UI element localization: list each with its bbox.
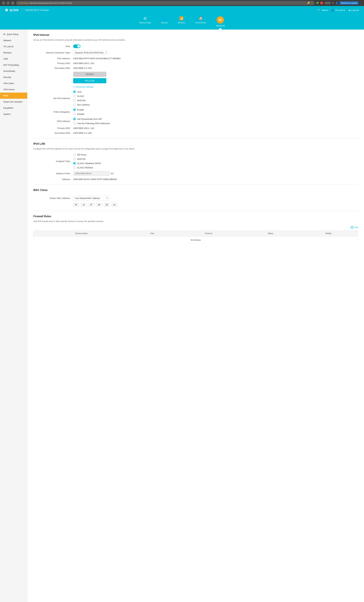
radio-enable[interactable] <box>73 108 76 111</box>
sidebar-item-ipv6[interactable]: IPv6 <box>0 93 27 99</box>
warning-icon: ⚠ <box>18 2 19 4</box>
dns-address-options: Get Dynamically from ISP Use the Followi… <box>73 118 110 125</box>
profile-icon[interactable]: 👤 <box>335 2 338 4</box>
assigned-slaac-stateless[interactable]: SLAAC+Stateless DHCP <box>73 162 101 165</box>
tab-homeshield[interactable]: 🏠 HomeShield <box>190 14 211 30</box>
sidebar-label-smart-life: Smart Life Assistant <box>3 101 22 103</box>
sidebar-item-tplink-id[interactable]: TP-Link ID <box>0 43 27 50</box>
dns-dynamic[interactable]: Get Dynamically from ISP <box>73 118 110 120</box>
downloads-icon[interactable]: ⬇ <box>332 2 334 4</box>
assigned-nd-proxy[interactable]: ND Proxy <box>73 153 101 156</box>
get-ipv6-non-address[interactable]: Non-Address <box>73 103 90 106</box>
dns-address-row: DNS Address: Get Dynamically from ISP Us… <box>33 118 358 125</box>
router-mac-label: Router MAC Address: <box>37 197 73 199</box>
tab-advanced[interactable]: ⚙ Advanced <box>211 14 230 30</box>
sidebar-item-homeshield[interactable]: HomeShield <box>0 68 27 74</box>
sidebar-item-quick-setup[interactable]: ⚙ Quick Setup <box>0 31 27 37</box>
extensions-icon[interactable]: 🧩 <box>316 2 319 4</box>
connection-type-select[interactable]: Dynamic IP(SLAAC/DHCPv6)Static IPPPPoE6t… <box>73 50 108 55</box>
radio-slaac[interactable] <box>73 95 76 97</box>
primary-dns-label: Primary DNS: <box>37 62 73 64</box>
logout-label: Log Out <box>351 9 359 11</box>
sidebar-item-vpn-server[interactable]: VPN Server <box>0 86 27 93</box>
mac-seg-1[interactable] <box>73 203 79 207</box>
sidebar-item-nat-forwarding[interactable]: NAT Forwarding <box>0 62 27 68</box>
back-button[interactable]: ‹ <box>2 1 5 5</box>
mac-seg-6[interactable] <box>112 203 117 207</box>
menu-icon[interactable]: ⋮ <box>360 2 362 4</box>
secondary-dns-row: Secondary DNS: 2403:5800:1:5::242 <box>33 67 358 69</box>
ipv6-toggle[interactable] <box>73 44 80 48</box>
browser-bar: ‹ › ↻ ⚠ Not Secure tplinkwifi.net/webpag… <box>0 0 364 6</box>
mac-seg-3[interactable] <box>89 203 94 207</box>
search-action[interactable]: 🔍 Search <box>318 9 328 11</box>
sidebar-item-vpn-client[interactable]: VPN Client <box>0 80 27 86</box>
prefix-delegation-disable[interactable]: Disable <box>73 113 84 115</box>
release-button[interactable]: RELEASE <box>73 78 106 83</box>
radio-nd-proxy[interactable] <box>73 153 76 156</box>
table-header-row: Service Name Port Protocol Status Modify <box>33 231 358 236</box>
radio-slaac-stateless[interactable] <box>73 162 76 165</box>
refresh-button[interactable]: ↻ <box>11 1 15 5</box>
radio-dns-following[interactable] <box>73 122 76 125</box>
assigned-slaac-rdnss[interactable]: SLAAC+RDNSS <box>73 166 101 169</box>
app-header: ⊕ tp-link | AX5400 Wi-Fi 6 Router 🔍 Sear… <box>0 6 364 14</box>
advanced-settings-link[interactable]: Advanced Settings <box>73 86 93 88</box>
secondary-dns2-label: Secondary DNS: <box>37 132 73 134</box>
router-mac-select[interactable]: Use Default MAC AddressUse Computer's MA… <box>73 196 109 200</box>
prefix-delegation-enable[interactable]: Enable <box>73 108 84 111</box>
ipv6-lan-desc: Configure the LAN IPv6 address of the ro… <box>33 148 358 150</box>
sidebar-item-system[interactable]: System <box>0 111 27 117</box>
mac-seg-5[interactable] <box>104 203 109 207</box>
mac-seg-4[interactable] <box>96 203 102 207</box>
address-prefix-input[interactable] <box>73 171 110 176</box>
dns-following[interactable]: Use the Following DNS Addresses <box>73 122 110 125</box>
get-ipv6-slaac-label: SLAAC <box>77 95 84 97</box>
sidebar-item-network[interactable]: Network <box>0 37 27 43</box>
add-rule-button[interactable]: + Add <box>33 226 358 229</box>
key-icon: 🔑 <box>307 2 310 4</box>
lan-address-value: 2403:5802:8C44:1:56AF:97FF:FEB9:28B0/64 <box>73 178 117 181</box>
sidebar-item-wireless[interactable]: Wireless <box>0 50 27 56</box>
radio-lan-dhcpv6[interactable] <box>73 158 76 160</box>
mac-clone-title: MAC Clone <box>33 189 358 193</box>
get-ipv6-non-address-label: Non-Address <box>77 104 90 106</box>
sidebar-item-security[interactable]: Security <box>0 74 27 80</box>
get-ipv6-dhcpv6[interactable]: DHCPv6 <box>73 99 90 102</box>
router-model: AX5400 Wi-Fi 6 Router <box>25 9 49 11</box>
sidebar-item-smart-life[interactable]: Smart Life Assistant <box>0 99 27 105</box>
tplink-id-action[interactable]: 👤 TP-Link ID <box>332 9 345 11</box>
wireless-icon: 📶 <box>179 16 184 21</box>
tab-internet[interactable]: 🌐 Internet <box>156 14 173 30</box>
star-icon[interactable]: ☆ <box>311 2 313 4</box>
search-label: Search <box>321 9 328 11</box>
radio-disable[interactable] <box>73 113 76 115</box>
ipv6-lan-title: IPv6 LAN <box>33 142 358 147</box>
ipv6-internet-title: IPv6 Internet <box>33 33 358 38</box>
radio-dhcpv6[interactable] <box>73 99 76 102</box>
get-ipv6-auto[interactable]: Auto <box>73 90 90 93</box>
relaunch-button[interactable]: Relaunch to update <box>340 1 359 5</box>
sidebar-label-system: System <box>3 113 11 115</box>
internet-icon: 🌐 <box>162 16 166 21</box>
get-ipv6-slaac[interactable]: SLAAC <box>73 95 90 97</box>
radio-dns-dynamic[interactable] <box>73 118 76 120</box>
browser-nav-buttons: ‹ › ↻ <box>2 1 15 5</box>
forward-button[interactable]: › <box>6 1 10 5</box>
tab-network-map[interactable]: ⊞ Network Map <box>134 14 156 30</box>
address-bar[interactable]: ⚠ Not Secure tplinkwifi.net/webpages/ind… <box>16 1 315 5</box>
logo-section: ⊕ tp-link | AX5400 Wi-Fi 6 Router <box>5 8 49 12</box>
ipv6-address-label: IPv6 Address: <box>37 57 73 60</box>
renew-button[interactable]: RENEW <box>73 72 106 77</box>
tab-wireless[interactable]: 📶 Wireless <box>172 14 190 30</box>
dhcpv6-label: DHCPv6 <box>77 158 86 160</box>
assigned-dhcpv6[interactable]: DHCPv6 <box>73 158 101 160</box>
radio-slaac-rdnss[interactable] <box>73 166 76 169</box>
logout-action[interactable]: ⏏ Log Out <box>349 9 359 11</box>
mac-seg-2[interactable] <box>81 203 86 207</box>
sidebar-item-usb[interactable]: USB <box>0 56 27 62</box>
radio-non-address[interactable] <box>73 103 76 106</box>
sidebar-item-easymesh[interactable]: EasyMesh <box>0 105 27 111</box>
radio-auto[interactable] <box>73 90 76 93</box>
prefix-delegation-enable-label: Enable <box>77 108 84 111</box>
